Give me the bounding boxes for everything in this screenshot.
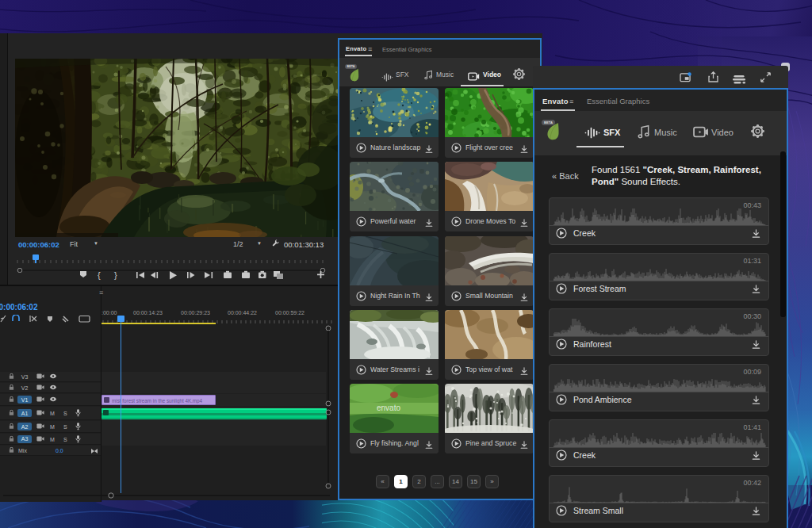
svg-text:{: { — [98, 270, 101, 280]
svg-text:envato: envato — [377, 404, 400, 412]
svg-text:}: } — [114, 270, 117, 280]
